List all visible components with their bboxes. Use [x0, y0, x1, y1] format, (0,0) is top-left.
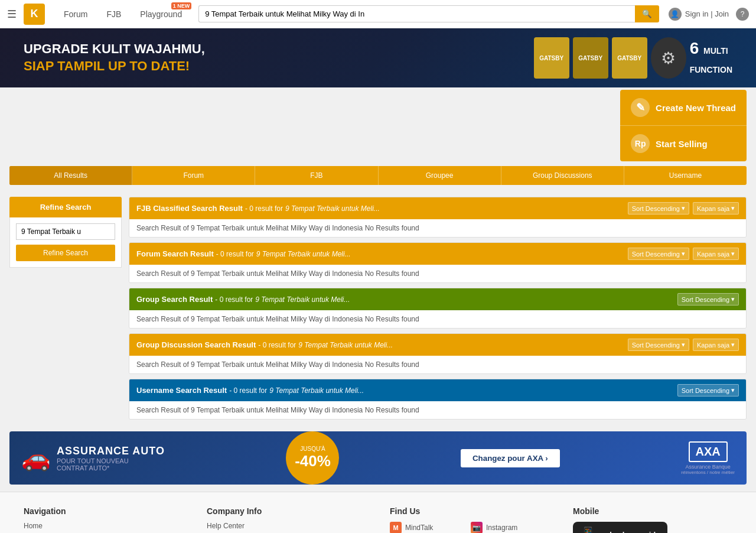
username-search-count: - 0 result for [229, 386, 267, 395]
tab-forum[interactable]: Forum [132, 166, 255, 185]
forum-kapan-dropdown[interactable]: Kapan saja ▾ [693, 248, 739, 260]
main-content: Refine Search Refine Search FJB Classifi… [0, 190, 756, 431]
footer-company: Company Info Help Center About Us Advert… [207, 506, 366, 533]
mobile-site-label: m.kaskus.co.id [601, 530, 656, 534]
forum-search-controls: Sort Descending ▾ Kapan saja ▾ [628, 248, 739, 260]
axa-sub: POUR TOUT NOUVEAUCONTRAT AUTO* [57, 457, 165, 472]
sign-in-button[interactable]: 👤 Sign in | Join [669, 8, 729, 21]
create-thread-button[interactable]: ✎ Create New Thread [620, 90, 747, 125]
top-banner: UPGRADE KULIT WAJAHMU,SIAP TAMPIL UP TO … [0, 28, 756, 87]
logo[interactable]: K [24, 4, 47, 25]
group-discussion-kapan-dropdown[interactable]: Kapan saja ▾ [693, 339, 739, 351]
username-search-query: 9 Tempat Terbaik untuk Meli... [269, 386, 364, 395]
refine-button[interactable]: Refine Search [16, 245, 115, 261]
tab-fjb[interactable]: FJB [255, 166, 378, 185]
results-area: FJB Classified Search Result - 0 result … [129, 197, 747, 424]
nav-playground[interactable]: Playground 1 NEW [133, 7, 189, 21]
mindtalk-icon: M [390, 522, 402, 533]
forum-search-count: - 0 result for [216, 250, 254, 258]
forum-search-title: Forum Search Result [136, 249, 214, 258]
group-search-query: 9 Tempat Terbaik untuk Meli... [255, 295, 350, 304]
username-search-body: Search Result of 9 Tempat Terbaik untuk … [129, 401, 746, 419]
bottom-banner-wrapper: 🚗 ASSURANCE AUTO POUR TOUT NOUVEAUCONTRA… [0, 431, 756, 492]
search-area: 🔍 [198, 5, 659, 22]
username-search-title: Username Search Result [136, 386, 227, 395]
axa-promo: JUSQU'À -40% [286, 431, 339, 485]
car-icon: 🚗 [21, 444, 51, 472]
forum-search-query: 9 Tempat Terbaik untuk Meli... [256, 250, 351, 258]
group-discussion-title: Group Discussion Search Result [136, 340, 256, 349]
refine-search-header[interactable]: Refine Search [9, 197, 122, 217]
search-button[interactable]: 🔍 [635, 5, 659, 22]
main-nav: Forum FJB Playground 1 NEW [57, 7, 189, 21]
new-badge: 1 NEW [171, 2, 192, 9]
axa-right: AXA Assurance Banque réinventons / notre… [681, 441, 735, 475]
group-discussion-section: Group Discussion Search Result - 0 resul… [129, 333, 747, 374]
hamburger-button[interactable]: ☰ [7, 8, 17, 21]
fjb-classified-body: Search Result of 9 Tempat Terbaik untuk … [129, 219, 746, 237]
tab-all-results[interactable]: All Results [9, 166, 132, 185]
footer-find-us-title: Find Us [390, 506, 549, 516]
sidebar-search-box: Refine Search [9, 217, 122, 268]
footer-find-us: Find Us M MindTalk 📷 Instagram F Forum F… [390, 506, 549, 533]
tabs-container: All Results Forum FJB Groupee Group Disc… [0, 161, 756, 185]
footer-link-helpcenter[interactable]: Help Center [207, 522, 366, 530]
start-selling-button[interactable]: Rp Start Selling [620, 125, 747, 161]
help-icon[interactable]: ? [736, 8, 749, 21]
fjb-classified-query: 9 Tempat Terbaik untuk Meli... [285, 204, 380, 213]
social-instagram[interactable]: 📷 Instagram [471, 522, 549, 533]
left-sidebar: Refine Search Refine Search [9, 197, 122, 424]
forum-search-section: Forum Search Result - 0 result for 9 Tem… [129, 242, 747, 283]
group-discussion-header: Group Discussion Search Result - 0 resul… [129, 334, 746, 356]
footer-link-home[interactable]: Home [24, 522, 183, 530]
forum-sort-dropdown[interactable]: Sort Descending ▾ [628, 248, 689, 260]
footer: Navigation Home Forum Jual Beli Groupee … [0, 492, 756, 533]
group-discussion-sort-dropdown[interactable]: Sort Descending ▾ [628, 339, 689, 351]
footer-mobile-title: Mobile [573, 506, 732, 516]
search-input[interactable] [198, 5, 635, 22]
group-discussion-body: Search Result of 9 Tempat Terbaik untuk … [129, 356, 746, 373]
group-search-header: Group Search Result - 0 result for 9 Tem… [129, 288, 746, 310]
group-search-section: Group Search Result - 0 result for 9 Tem… [129, 288, 747, 329]
logo-icon: K [24, 4, 45, 25]
mobile-icon: 📱 [580, 526, 596, 533]
tab-groupee[interactable]: Groupee [379, 166, 501, 185]
social-mindtalk[interactable]: M MindTalk [390, 522, 468, 533]
group-search-controls: Sort Descending ▾ [677, 293, 739, 306]
footer-navigation-title: Navigation [24, 506, 183, 516]
rp-icon: Rp [631, 134, 650, 153]
footer-company-title: Company Info [207, 506, 366, 516]
fjb-sort-dropdown[interactable]: Sort Descending ▾ [628, 202, 689, 214]
tab-group-discussions[interactable]: Group Discussions [501, 166, 624, 185]
fjb-kapan-dropdown[interactable]: Kapan saja ▾ [693, 202, 739, 214]
social-grid: M MindTalk 📷 Instagram F Forum F FJB f F… [390, 522, 549, 533]
username-search-section: Username Search Result - 0 result for 9 … [129, 379, 747, 420]
fjb-classified-count: - 0 result for [245, 204, 283, 213]
axa-change-button[interactable]: Changez pour AXA › [461, 449, 560, 467]
axa-left: 🚗 ASSURANCE AUTO POUR TOUT NOUVEAUCONTRA… [21, 444, 165, 472]
mobile-site-button[interactable]: 📱 m.kaskus.co.id [573, 522, 667, 533]
forum-search-body: Search Result of 9 Tempat Terbaik untuk … [129, 265, 746, 282]
axa-brand: ASSURANCE AUTO [57, 445, 165, 457]
username-sort-dropdown[interactable]: Sort Descending ▾ [677, 384, 739, 396]
fjb-classified-section: FJB Classified Search Result - 0 result … [129, 197, 747, 238]
header: ☰ K Forum FJB Playground 1 NEW 🔍 👤 Sign … [0, 0, 756, 28]
group-sort-dropdown[interactable]: Sort Descending ▾ [677, 293, 739, 306]
axa-logo: AXA [689, 441, 728, 462]
bottom-banner: 🚗 ASSURANCE AUTO POUR TOUT NOUVEAUCONTRA… [9, 431, 747, 485]
sidebar-search-input[interactable] [16, 223, 115, 240]
group-search-title: Group Search Result [136, 295, 213, 304]
create-icon: ✎ [631, 98, 650, 117]
footer-mobile: Mobile 📱 m.kaskus.co.id ▶ GET IT ON Goog… [573, 506, 732, 533]
nav-forum[interactable]: Forum [57, 7, 94, 21]
nav-fjb[interactable]: FJB [99, 7, 128, 21]
tab-username[interactable]: Username [624, 166, 747, 185]
fjb-classified-title: FJB Classified Search Result [136, 204, 243, 213]
forum-search-header: Forum Search Result - 0 result for 9 Tem… [129, 243, 746, 265]
user-icon: 👤 [669, 8, 682, 21]
footer-navigation: Navigation Home Forum Jual Beli Groupee … [24, 506, 183, 533]
group-discussion-controls: Sort Descending ▾ Kapan saja ▾ [628, 339, 739, 351]
group-search-count: - 0 result for [215, 295, 253, 304]
group-search-body: Search Result of 9 Tempat Terbaik untuk … [129, 310, 746, 328]
header-right: 👤 Sign in | Join ? [669, 8, 749, 21]
